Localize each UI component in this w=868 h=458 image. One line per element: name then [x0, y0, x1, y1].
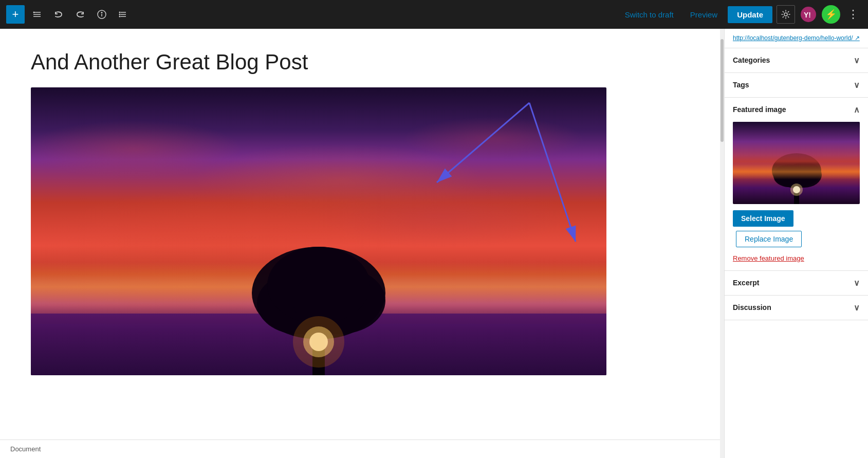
- sidebar-section-excerpt: Excerpt ∨: [725, 271, 868, 296]
- main-layout: And Another Great Blog Post: [0, 29, 868, 458]
- tools-button[interactable]: [28, 5, 46, 24]
- sidebar-section-discussion: Discussion ∨: [725, 296, 868, 320]
- svg-text:Y!: Y!: [804, 11, 811, 19]
- switch-to-draft-button[interactable]: Switch to draft: [619, 7, 680, 22]
- sidebar-section-tags: Tags ∨: [725, 73, 868, 98]
- svg-point-0: [33, 12, 35, 13]
- categories-section-header[interactable]: Categories ∨: [725, 48, 868, 72]
- bottom-bar-label: Document: [10, 445, 41, 453]
- main-featured-image[interactable]: [31, 87, 606, 375]
- toolbar-right: Switch to draft Preview Update Y! ⚡ ⋮: [619, 5, 862, 24]
- tags-label: Tags: [733, 81, 749, 89]
- replace-image-button[interactable]: Replace Image: [736, 231, 802, 247]
- sidebar-section-categories: Categories ∨: [725, 48, 868, 73]
- tree-silhouette: [236, 211, 401, 375]
- more-options-button[interactable]: ⋮: [844, 6, 862, 23]
- bottom-bar: Document: [0, 439, 720, 458]
- settings-button[interactable]: [777, 5, 795, 24]
- editor-area: And Another Great Blog Post: [0, 29, 720, 458]
- featured-image-content: Select Image Replace Image Remove featur…: [725, 122, 868, 270]
- categories-chevron-icon: ∨: [854, 56, 860, 65]
- redo-button[interactable]: [71, 5, 89, 24]
- svg-point-29: [790, 184, 803, 196]
- svg-point-7: [119, 12, 120, 13]
- svg-point-3: [101, 12, 102, 13]
- excerpt-chevron-icon: ∨: [854, 278, 860, 288]
- svg-point-8: [119, 14, 120, 15]
- tags-chevron-icon: ∨: [854, 80, 860, 90]
- toolbar-left: +: [6, 5, 615, 24]
- discussion-chevron-icon: ∨: [854, 303, 860, 313]
- list-view-button[interactable]: [114, 5, 133, 24]
- categories-label: Categories: [733, 56, 770, 64]
- svg-point-20: [293, 316, 344, 368]
- sidebar: http://localhost/gutenberg-demo/hello-wo…: [724, 29, 868, 458]
- featured-image-buttons: Select Image Replace Image: [733, 210, 860, 252]
- info-button[interactable]: [93, 5, 111, 24]
- scroll-track[interactable]: [720, 29, 724, 458]
- post-title[interactable]: And Another Great Blog Post: [31, 49, 689, 75]
- excerpt-section-header[interactable]: Excerpt ∨: [725, 271, 868, 295]
- scroll-thumb[interactable]: [721, 39, 724, 142]
- undo-button[interactable]: [49, 5, 68, 24]
- featured-image-thumbnail[interactable]: [733, 122, 860, 204]
- add-block-button[interactable]: +: [6, 5, 25, 24]
- post-url-link[interactable]: http://localhost/gutenberg-demo/hello-wo…: [733, 34, 860, 42]
- tags-section-header[interactable]: Tags ∨: [725, 73, 868, 97]
- update-button[interactable]: Update: [728, 6, 772, 23]
- thumb-horizon-glow: [733, 164, 860, 179]
- svg-point-16: [267, 247, 370, 324]
- excerpt-label: Excerpt: [733, 279, 759, 287]
- performance-icon[interactable]: ⚡: [822, 5, 840, 24]
- yoast-seo-icon[interactable]: Y!: [799, 5, 818, 24]
- featured-image-label: Featured image: [733, 105, 786, 114]
- featured-image-section-header[interactable]: Featured image ∧: [725, 98, 868, 122]
- svg-point-10: [784, 13, 787, 16]
- discussion-label: Discussion: [733, 303, 771, 312]
- svg-point-9: [119, 16, 120, 17]
- discussion-section-header[interactable]: Discussion ∨: [725, 296, 868, 320]
- featured-image-chevron-icon: ∧: [854, 105, 860, 115]
- select-image-button[interactable]: Select Image: [733, 210, 793, 227]
- preview-button[interactable]: Preview: [684, 7, 724, 22]
- remove-featured-image-link[interactable]: Remove featured image: [733, 254, 860, 262]
- toolbar: +: [0, 0, 868, 29]
- sidebar-section-featured-image: Featured image ∧: [725, 98, 868, 271]
- image-background: [31, 87, 606, 375]
- sidebar-post-link: http://localhost/gutenberg-demo/hello-wo…: [725, 29, 868, 48]
